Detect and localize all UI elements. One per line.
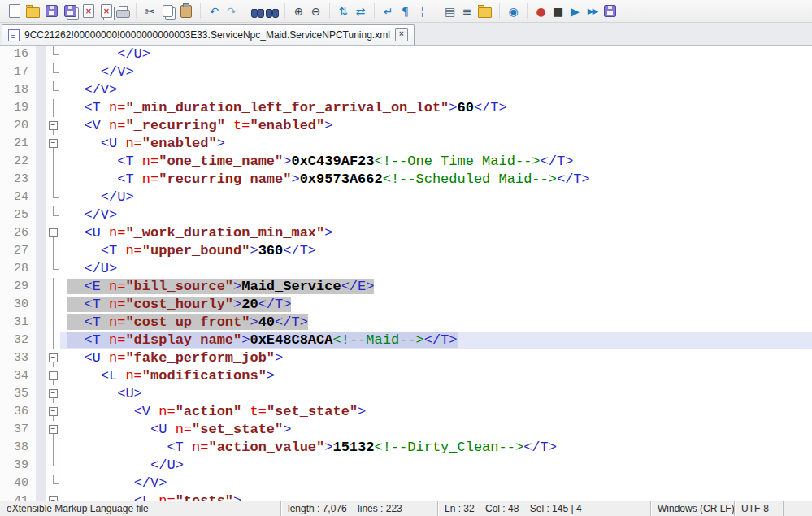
fold-minus-icon[interactable]: − xyxy=(49,353,58,362)
fold-minus-icon[interactable]: − xyxy=(49,139,58,148)
fold-minus-icon[interactable]: − xyxy=(49,228,58,237)
zoom-in-icon[interactable]: ⊕ xyxy=(291,3,306,19)
sync-vertical-scroll-icon[interactable]: ⇅ xyxy=(336,3,351,19)
editor-line-18[interactable]: 18 </V> xyxy=(0,81,812,99)
line-number[interactable]: 31 xyxy=(0,314,36,332)
line-number[interactable]: 20 xyxy=(0,117,36,135)
new-file-icon[interactable] xyxy=(9,4,20,18)
line-number[interactable]: 25 xyxy=(0,206,36,224)
editor-line-34[interactable]: 34− <L n="modifications"> xyxy=(0,367,812,385)
line-number[interactable]: 23 xyxy=(0,171,36,189)
macro-record-icon[interactable]: ● xyxy=(533,3,549,19)
editor-line-31[interactable]: 31 <T n="cost_up_front">40</T> xyxy=(0,314,812,332)
line-text[interactable]: <V n="_recurring" t="enabled"> xyxy=(60,117,812,135)
line-text[interactable]: <U n="_work_duration_min_max"> xyxy=(60,224,812,242)
editor-line-17[interactable]: 17 </V> xyxy=(0,63,812,81)
undo-icon[interactable]: ↶ xyxy=(206,3,222,19)
line-text[interactable]: <L n="tests"> xyxy=(60,492,812,501)
bookmark-margin[interactable] xyxy=(36,242,46,260)
line-text[interactable]: <U n="set_state"> xyxy=(60,421,812,439)
line-text[interactable]: <U> xyxy=(60,385,812,403)
line-text[interactable]: <V n="action" t="set_state"> xyxy=(60,403,812,421)
close-all-icon[interactable]: × xyxy=(101,4,112,18)
document-tab[interactable]: 9CC21262!00000000!0000000000003E33.Servi… xyxy=(2,24,415,45)
line-text[interactable]: </V> xyxy=(60,63,812,81)
bookmark-margin[interactable] xyxy=(36,224,46,242)
monitoring-icon[interactable]: ◉ xyxy=(506,3,521,19)
function-list-icon[interactable]: ≡ xyxy=(459,3,475,19)
editor-line-28[interactable]: 28 </U> xyxy=(0,260,812,278)
line-number[interactable]: 36 xyxy=(0,403,36,421)
bookmark-margin[interactable] xyxy=(36,117,46,135)
line-number[interactable]: 37 xyxy=(0,421,36,439)
line-text[interactable]: </U> xyxy=(60,457,812,475)
fold-minus-icon[interactable]: − xyxy=(49,389,58,398)
bookmark-margin[interactable] xyxy=(36,475,46,492)
fold-minus-icon[interactable]: − xyxy=(49,121,58,130)
open-file-icon[interactable] xyxy=(26,7,40,18)
editor-lines[interactable]: 16 </U>17 </V>18 </V>19 <T n="_min_durat… xyxy=(0,46,812,501)
line-text[interactable]: <T n="cost_hourly">20</T> xyxy=(60,296,812,314)
bookmark-margin[interactable] xyxy=(36,46,46,63)
save-icon[interactable] xyxy=(46,5,58,17)
show-all-characters-icon[interactable]: ¶ xyxy=(397,3,413,19)
bookmark-margin[interactable] xyxy=(36,385,46,403)
bookmark-margin[interactable] xyxy=(36,278,46,296)
bookmark-margin[interactable] xyxy=(36,367,46,385)
line-text[interactable]: </U> xyxy=(60,46,812,63)
line-text[interactable]: <T n="display_name">0xE48C8ACA<!--Maid--… xyxy=(60,332,812,349)
bookmark-margin[interactable] xyxy=(36,332,46,349)
line-number[interactable]: 33 xyxy=(0,349,36,367)
editor-line-24[interactable]: 24 </U> xyxy=(0,189,812,206)
line-text[interactable]: <T n="one_time_name">0xC439AF23<!--One T… xyxy=(60,153,812,171)
bookmark-margin[interactable] xyxy=(36,403,46,421)
line-text[interactable]: <U n="fake_perform_job"> xyxy=(60,349,812,367)
macro-run-multiple-icon[interactable]: ▶▶ xyxy=(584,3,600,19)
line-text[interactable]: <T n="action_value">15132<!--Dirty_Clean… xyxy=(60,439,812,457)
editor-line-39[interactable]: 39 </U> xyxy=(0,457,812,475)
bookmark-margin[interactable] xyxy=(36,314,46,332)
line-number[interactable]: 18 xyxy=(0,81,36,99)
show-indent-guide-icon[interactable]: ¦ xyxy=(415,3,430,19)
replace-icon[interactable] xyxy=(266,9,279,17)
folder-as-workspace-icon[interactable] xyxy=(478,7,492,18)
line-number[interactable]: 30 xyxy=(0,296,36,314)
line-number[interactable]: 32 xyxy=(0,332,36,349)
bookmark-margin[interactable] xyxy=(36,63,46,81)
bookmark-margin[interactable] xyxy=(36,153,46,171)
editor-line-26[interactable]: 26− <U n="_work_duration_min_max"> xyxy=(0,224,812,242)
line-text[interactable]: </V> xyxy=(60,475,812,492)
save-all-icon[interactable] xyxy=(64,5,76,17)
bookmark-margin[interactable] xyxy=(36,492,46,501)
redo-icon[interactable]: ↷ xyxy=(224,3,239,19)
line-number[interactable]: 19 xyxy=(0,99,36,117)
editor-line-23[interactable]: 23 <T n="recurring_name">0x9573A662<!--S… xyxy=(0,171,812,189)
line-number[interactable]: 35 xyxy=(0,385,36,403)
sync-horizontal-scroll-icon[interactable]: ⇄ xyxy=(353,3,368,19)
editor-line-30[interactable]: 30 <T n="cost_hourly">20</T> xyxy=(0,296,812,314)
line-number[interactable]: 28 xyxy=(0,260,36,278)
cut-icon[interactable]: ✂ xyxy=(142,3,158,19)
line-number[interactable]: 29 xyxy=(0,278,36,296)
line-text[interactable]: <T n="upper_bound">360</T> xyxy=(60,242,812,260)
editor-line-33[interactable]: 33− <U n="fake_perform_job"> xyxy=(0,349,812,367)
line-number[interactable]: 16 xyxy=(0,46,36,63)
bookmark-margin[interactable] xyxy=(36,81,46,99)
editor-line-37[interactable]: 37− <U n="set_state"> xyxy=(0,421,812,439)
editor-line-25[interactable]: 25 </V> xyxy=(0,206,812,224)
line-number[interactable]: 40 xyxy=(0,475,36,492)
line-number[interactable]: 21 xyxy=(0,135,36,153)
bookmark-margin[interactable] xyxy=(36,421,46,439)
fold-collapse-button[interactable]: − xyxy=(46,135,60,153)
line-text[interactable]: </U> xyxy=(60,260,812,278)
zoom-out-icon[interactable]: ⊖ xyxy=(308,3,323,19)
fold-collapse-button[interactable]: − xyxy=(46,403,60,421)
editor-line-22[interactable]: 22 <T n="one_time_name">0xC439AF23<!--On… xyxy=(0,153,812,171)
status-cursor-position[interactable]: Ln : 32 Col : 48 Sel : 145 | 4 xyxy=(437,501,650,516)
editor-line-19[interactable]: 19 <T n="_min_duration_left_for_arrival_… xyxy=(0,99,812,117)
paste-icon[interactable] xyxy=(180,5,192,18)
fold-minus-icon[interactable]: − xyxy=(49,425,58,434)
fold-collapse-button[interactable]: − xyxy=(46,421,60,439)
line-number[interactable]: 34 xyxy=(0,367,36,385)
editor-line-41[interactable]: 41− <L n="tests"> xyxy=(0,492,812,501)
